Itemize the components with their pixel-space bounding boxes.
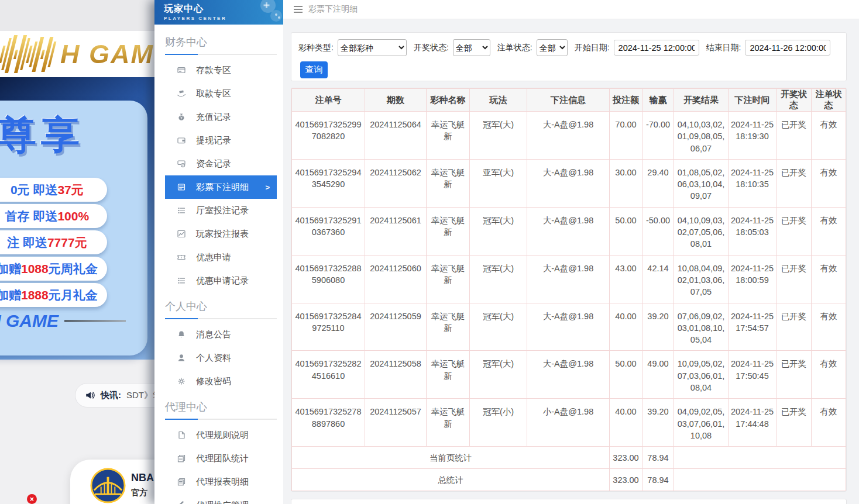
promo-footer-line <box>64 320 126 322</box>
cell-win-loss: 49.00 <box>642 351 674 399</box>
cell-lottery-name: 幸运飞艇新 <box>427 207 470 255</box>
hall-bet-record-icon <box>177 206 186 215</box>
sidebar-item-label: 消息公告 <box>196 329 231 340</box>
table-row: 40156917325282451661020241125058幸运飞艇新冠军(… <box>292 351 846 399</box>
sidebar-item-label: 提现记录 <box>196 135 231 146</box>
sidebar-item-player-bet-report[interactable]: 玩家投注报表 <box>165 222 277 246</box>
start-date-input[interactable] <box>614 40 699 56</box>
cell-draw-result: 07,06,09,02,03,01,08,10,05,04 <box>674 303 729 351</box>
page-stats-row: 当前页统计 323.00 78.94 <box>292 447 846 469</box>
cell-bet-amount: 50.00 <box>610 207 642 255</box>
cell-bet-amount: 30.00 <box>610 159 642 207</box>
cell-order-status: 有效 <box>812 399 846 447</box>
cell-bet-time: 2024-11-25 18:05:03 <box>729 207 776 255</box>
cell-period: 20241125057 <box>365 399 427 447</box>
pagination-bar: 每页显示20条 共7条 首页 上一页 [1] 下一页 第 页 跳转 <box>291 499 847 504</box>
cell-win-loss: 39.20 <box>642 303 674 351</box>
cell-bet-amount: 50.00 <box>610 351 642 399</box>
section-divider <box>165 419 277 420</box>
cell-play: 冠军(大) <box>470 351 527 399</box>
sidebar-item-promo-apply[interactable]: 优惠申请 <box>165 246 277 269</box>
page-title: 彩票下注明细 <box>308 4 358 15</box>
column-header: 投注额 <box>610 89 642 112</box>
sidebar-item-label: 取款专区 <box>196 88 231 99</box>
cell-period: 20241125058 <box>365 351 427 399</box>
sidebar-item-label: 彩票下注明细 <box>196 182 249 193</box>
promo-pill: 首存 即送100% <box>0 204 107 228</box>
sidebar-item-label: 修改密码 <box>196 376 231 387</box>
sidebar-item-lottery-bet-detail[interactable]: 彩票下注明细> <box>165 175 277 199</box>
gamepad-decoration-icon <box>238 0 283 25</box>
sidebar-item-profile[interactable]: 个人资料 <box>165 346 277 370</box>
sidebar-item-agent-promotion[interactable]: 代理推广管理 <box>165 493 277 504</box>
nba-card-subtitle: 官方 <box>131 488 147 498</box>
sidebar-item-label: 充值记录 <box>196 112 231 123</box>
cell-win-loss: -70.00 <box>642 112 674 160</box>
sidebar-item-deposit[interactable]: 存款专区 <box>165 58 277 82</box>
agent-rules-icon <box>177 430 186 440</box>
cell-play: 亚军(大) <box>470 159 527 207</box>
cell-draw-status: 已开奖 <box>776 112 812 160</box>
page-stats-winloss-total: 78.94 <box>642 447 674 469</box>
table-body: 40156917325299708282020241125064幸运飞艇新冠军(… <box>292 112 846 447</box>
promo-footer-logo: H GAME <box>0 311 59 331</box>
cell-draw-result: 10,08,04,09,02,01,03,06,07,05 <box>674 255 729 303</box>
cell-bet-info: 大-A盘@1.98 <box>527 159 610 207</box>
sidebar-item-agent-rules[interactable]: 代理规则说明 <box>165 423 277 447</box>
close-icon[interactable]: × <box>27 494 37 504</box>
total-stats-bet-total: 323.00 <box>610 469 642 491</box>
cell-lottery-name: 幸运飞艇新 <box>427 303 470 351</box>
cell-bet-amount: 43.00 <box>610 255 642 303</box>
cell-order-status: 有效 <box>812 303 846 351</box>
cell-draw-status: 已开奖 <box>776 255 812 303</box>
cell-period: 20241125061 <box>365 207 427 255</box>
menu-toggle-icon[interactable] <box>294 6 303 13</box>
lottery-bet-detail-icon <box>177 182 186 192</box>
page-stats-label: 当前页统计 <box>292 447 610 469</box>
total-stats-empty <box>674 469 846 491</box>
cell-bet-time: 2024-11-25 17:44:48 <box>729 399 776 447</box>
sidebar-item-notice[interactable]: 消息公告 <box>165 323 277 346</box>
sidebar-item-funds-record[interactable]: 资金记录 <box>165 152 277 175</box>
agent-promotion-icon <box>177 500 186 504</box>
cell-draw-status: 已开奖 <box>776 303 812 351</box>
sidebar-item-agent-report[interactable]: 代理报表明细 <box>165 470 277 493</box>
player-bet-report-icon <box>177 229 186 239</box>
cell-play: 冠军(大) <box>470 112 527 160</box>
column-header: 开奖状态 <box>776 89 812 112</box>
lottery-type-select[interactable]: 全部彩种 <box>338 39 407 56</box>
sidebar-item-label: 优惠申请 <box>196 252 231 263</box>
chevron-right-icon: > <box>265 183 270 192</box>
order-status-select[interactable]: 全部 <box>537 39 568 56</box>
notice-icon <box>177 330 186 339</box>
hh-game-logo-bars-icon <box>0 35 58 73</box>
sidebar-item-agent-team[interactable]: 代理团队统计 <box>165 447 277 470</box>
recharge-record-icon <box>177 112 186 122</box>
column-header: 注单号 <box>292 89 365 112</box>
promo-pill-list: 0元 即送37元首存 即送100%注 即送7777元加赠1088元周礼金加赠18… <box>0 178 107 307</box>
sidebar-item-recharge-record[interactable]: 充值记录 <box>165 105 277 129</box>
draw-status-select[interactable]: 全部 <box>453 39 490 56</box>
warriors-team-logo-icon <box>90 467 126 504</box>
sidebar-item-withdraw-record[interactable]: 提现记录 <box>165 129 277 152</box>
withdraw-icon <box>177 89 186 98</box>
sidebar-header: 玩家中心 PLAYERS CENTER <box>154 0 283 25</box>
total-stats-row: 总统计 323.00 78.94 <box>292 469 846 491</box>
filter-panel: 彩种类型: 全部彩种 开奖状态: 全部 注单状态: 全部 开始日期: 结束日期:… <box>291 32 847 81</box>
cell-period: 20241125060 <box>365 255 427 303</box>
table-row: 40156917325278889786020241125057幸运飞艇新冠军(… <box>292 399 846 447</box>
end-date-input[interactable] <box>745 40 830 56</box>
column-header: 开奖结果 <box>674 89 729 112</box>
sidebar-item-withdraw[interactable]: 取款专区 <box>165 82 277 105</box>
sidebar-item-password[interactable]: 修改密码 <box>165 370 277 393</box>
cell-bet-time: 2024-11-25 18:19:30 <box>729 112 776 160</box>
sidebar-item-promo-apply-record[interactable]: 优惠申请记录 <box>165 269 277 292</box>
section-divider <box>165 318 277 319</box>
search-button[interactable]: 查询 <box>300 61 328 78</box>
start-date-label: 开始日期: <box>575 43 610 53</box>
cell-order-no: 401569173252788897860 <box>292 399 365 447</box>
sidebar-item-label: 个人资料 <box>196 353 231 364</box>
cell-period: 20241125059 <box>365 303 427 351</box>
sidebar-item-hall-bet-record[interactable]: 厅室投注记录 <box>165 199 277 222</box>
cell-lottery-name: 幸运飞艇新 <box>427 112 470 160</box>
